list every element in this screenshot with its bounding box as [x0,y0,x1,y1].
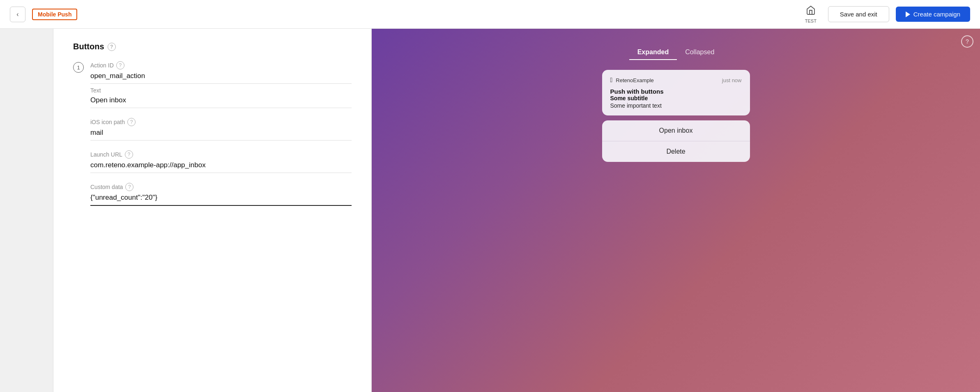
tab-collapsed[interactable]: Collapsed [677,45,722,60]
notification-header:  RetenoExample just now [610,76,742,84]
notification-body: Some important text [610,102,742,109]
launch-url-field-block: Launch URL ? com.reteno.example-app://ap… [73,150,352,173]
custom-data-label: Custom data ? [90,183,352,191]
action-id-help-icon[interactable]: ? [116,61,124,69]
text-value: Open inbox [90,96,352,108]
action-id-value: open_mail_action [90,72,352,84]
custom-data-help-icon[interactable]: ? [125,183,133,191]
ios-icon-value: mail [90,129,352,141]
preview-help-icon[interactable]: ? [961,35,973,48]
mobile-push-badge: Mobile Push [32,9,77,20]
notification-subtitle: Some subtitle [610,95,742,101]
launch-url-help-icon[interactable]: ? [125,150,133,159]
tab-expanded[interactable]: Expanded [629,45,677,60]
create-campaign-button[interactable]: Create campaign [896,7,970,22]
apple-icon:  [610,76,613,84]
app-name: RetenoExample [616,77,654,83]
preview-tabs: Expanded Collapsed [629,45,723,60]
ios-icon-label: iOS icon path ? [90,118,352,126]
right-panel: ? Expanded Collapsed  RetenoExample jus… [372,29,980,392]
sidebar [0,29,53,392]
notification-card:  RetenoExample just now Push with butto… [602,70,750,115]
action-id-row: 1 Action ID ? open_mail_action [73,61,352,84]
test-icon [806,5,816,18]
notification-title: Push with buttons [610,88,742,95]
section-title: Buttons ? [73,42,352,51]
action-button-open-inbox[interactable]: Open inbox [602,120,750,141]
launch-url-value: com.reteno.example-app://app_inbox [90,161,352,173]
ios-icon-help-icon[interactable]: ? [127,118,136,126]
action-button-delete[interactable]: Delete [602,141,750,162]
action-buttons-container: Open inbox Delete [602,120,750,162]
text-field-block: Text Open inbox [73,87,352,108]
left-panel: Buttons ? 1 Action ID ? open_mail_action… [53,29,372,392]
create-campaign-label: Create campaign [913,11,960,18]
notification-app:  RetenoExample [610,76,654,84]
button-number: 1 [73,62,84,73]
save-exit-button[interactable]: Save and exit [828,6,889,22]
custom-data-value: {"unread_count":"20"} [90,194,352,206]
notification-time: just now [722,77,742,83]
test-button[interactable]: TEST [800,3,821,26]
launch-url-label: Launch URL ? [90,150,352,159]
text-label: Text [90,87,352,94]
play-icon [906,12,910,17]
custom-data-field-block: Custom data ? {"unread_count":"20"} [73,183,352,206]
back-button[interactable]: ‹ [10,7,25,22]
main-content: Buttons ? 1 Action ID ? open_mail_action… [0,29,980,392]
header: ‹ Mobile Push TEST Save and exit Create … [0,0,980,29]
ios-icon-field-block: iOS icon path ? mail [73,118,352,141]
action-id-label: Action ID ? [90,61,352,69]
buttons-help-icon[interactable]: ? [108,43,116,51]
section-title-text: Buttons [73,42,104,51]
test-label: TEST [805,18,817,23]
